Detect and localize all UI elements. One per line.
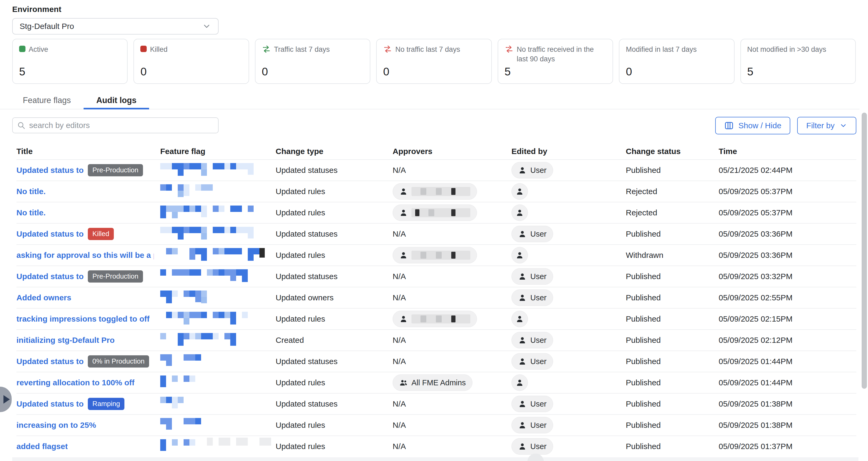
change-type: Updated rules [276,181,393,202]
person-icon [518,336,527,344]
scrollbar-thumb[interactable] [862,113,867,389]
change-type: Updated statuses [276,224,393,244]
audit-log-table: TitleFeature flagChange typeApproversEdi… [12,143,856,457]
redacted-name [411,314,470,323]
toolbar: Show / Hide Filter by [12,117,856,134]
approvers-na: N/A [393,436,512,457]
redacted-name [411,187,470,196]
table-row: reverting allocation to 100% offUpdated … [17,372,856,393]
stat-card-value: 0 [383,65,485,78]
change-type: Updated rules [276,436,393,457]
killed-square-icon [140,46,147,52]
audit-entry-title-link[interactable]: tracking impressions toggled to off [17,314,150,323]
audit-entry-title-link[interactable]: initializing stg-Default Pro [17,336,115,345]
tab-feature-flags[interactable]: Feature flags [10,92,84,109]
audit-entry-title-link[interactable]: increasing on to 25% [17,421,96,430]
approver-chip-redacted[interactable] [393,311,477,327]
person-icon [399,187,408,196]
approver-chip-redacted[interactable] [393,247,477,263]
status-badge: Pre-Production [88,164,143,176]
audit-entry-title-link[interactable]: Updated status to0% in Production [17,355,149,367]
change-status: Published [626,436,719,457]
stat-card-label: Not modified in >30 days [747,45,826,54]
active-square-icon [19,46,26,52]
audit-entry-title-link[interactable]: added flagset [17,442,68,451]
status-badge: Pre-Production [88,270,143,282]
approvers-na: N/A [393,287,512,308]
approvers-na: N/A [393,330,512,350]
edited-by-user-chip: User [512,353,553,370]
audit-entry-title: Updated status to [17,166,84,175]
stat-card-value: 0 [262,65,364,78]
audit-entry-title-link[interactable]: No title. [17,208,45,217]
change-status: Published [626,372,719,393]
time: 05/09/2025 03:36PM [719,245,856,265]
search-input[interactable] [29,120,214,130]
column-header-change-status: Change status [626,143,719,159]
change-type: Created [276,330,393,350]
tab-audit-logs[interactable]: Audit logs [84,92,149,109]
stat-card-2: Traffic last 7 days0 [255,39,370,84]
time: 05/09/2025 01:38PM [719,415,856,435]
change-type: Updated statuses [276,394,393,414]
time: 05/21/2025 02:44PM [719,160,856,180]
change-status: Published [626,415,719,435]
environment-select[interactable]: Stg-Default Pro [12,18,219,34]
audit-entry-title-link[interactable]: Updated status toKilled [17,228,114,240]
column-header-time: Time [719,143,856,159]
audit-entry-title: Updated status to [17,272,84,281]
audit-entry-title: Updated status to [17,357,84,366]
show-hide-columns-button[interactable]: Show / Hide [715,117,790,134]
feature-flag-redacted [160,331,269,349]
stat-card-5: Modified in last 7 days0 [619,39,734,84]
table-row: Updated status toPre-ProductionUpdated s… [17,265,856,287]
person-icon [518,166,527,174]
search-icon [17,121,26,129]
feature-flag-redacted [160,395,269,413]
stat-card-label: Active [29,45,48,54]
audit-entry-title-link[interactable]: No title. [17,187,45,196]
change-type: Updated rules [276,202,393,223]
audit-entry-title-link[interactable]: Added owners [17,293,71,302]
person-icon [516,315,524,323]
approver-group-chip[interactable]: All FME Admins [393,374,472,391]
audit-entry-title-link[interactable]: asking for approval so this will be a pe [17,251,154,260]
edited-by-avatar [512,374,528,391]
time: 05/09/2025 02:15PM [719,309,856,329]
sidebar-expand-handle[interactable] [0,387,12,412]
edited-by-label: User [530,357,547,366]
audit-entry-title-link[interactable]: Updated status toRamping [17,398,124,410]
edited-by-user-chip: User [512,332,553,348]
approvers-na: N/A [393,160,512,180]
time: 05/09/2025 01:37PM [719,436,856,457]
environment-section: Environment Stg-Default Pro [12,5,219,34]
approver-chip-redacted[interactable] [393,204,477,221]
person-icon [518,357,527,366]
time: 05/09/2025 02:55PM [719,287,856,308]
person-icon [399,208,408,217]
edited-by-label: User [530,272,547,281]
no-traffic-arrows-icon [504,45,514,54]
change-status: Published [626,224,719,244]
table-row: Added ownersUpdated ownersN/AUserPublish… [17,287,856,308]
change-type: Updated statuses [276,266,393,287]
change-status: Published [626,351,719,372]
audit-entry-title-link[interactable]: reverting allocation to 100% off [17,378,134,387]
environment-label: Environment [12,5,219,14]
filter-by-label: Filter by [806,121,835,130]
edited-by-label: User [530,336,547,345]
edited-by-avatar [512,311,528,327]
approver-group-label: All FME Admins [411,378,466,387]
time: 05/09/2025 01:38PM [719,394,856,414]
approver-chip-redacted[interactable] [393,183,477,200]
tab-bar: Feature flagsAudit logs [0,92,860,109]
column-header-change-type: Change type [276,143,393,159]
feature-flag-redacted [160,161,269,179]
time: 05/09/2025 05:37PM [719,181,856,202]
filter-by-button[interactable]: Filter by [797,117,856,134]
no-traffic-arrows-icon [383,45,392,54]
audit-entry-title: No title. [17,208,45,217]
redacted-name [411,208,470,217]
audit-entry-title-link[interactable]: Updated status toPre-Production [17,164,143,176]
audit-entry-title-link[interactable]: Updated status toPre-Production [17,270,143,282]
